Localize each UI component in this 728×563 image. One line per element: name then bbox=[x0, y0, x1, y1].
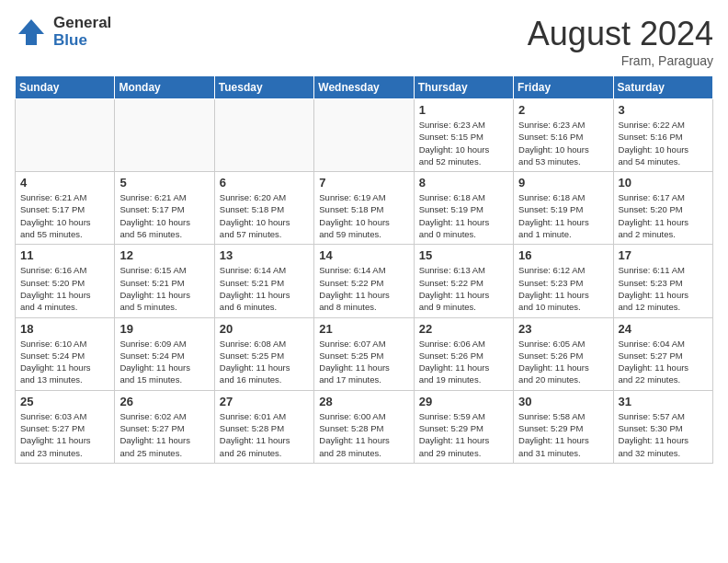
weekday-header: Thursday bbox=[414, 76, 513, 99]
day-info: Sunrise: 6:02 AM Sunset: 5:27 PM Dayligh… bbox=[119, 410, 209, 459]
day-number: 22 bbox=[419, 322, 508, 336]
calendar-cell bbox=[314, 99, 414, 172]
day-info: Sunrise: 6:23 AM Sunset: 5:15 PM Dayligh… bbox=[419, 119, 508, 167]
weekday-header-row: SundayMondayTuesdayWednesdayThursdayFrid… bbox=[16, 76, 713, 99]
weekday-header: Saturday bbox=[613, 76, 712, 99]
day-number: 10 bbox=[619, 176, 708, 190]
calendar-cell: 5Sunrise: 6:21 AM Sunset: 5:17 PM Daylig… bbox=[115, 172, 214, 245]
calendar-cell: 26Sunrise: 6:02 AM Sunset: 5:27 PM Dayli… bbox=[115, 390, 214, 463]
calendar-cell: 22Sunrise: 6:06 AM Sunset: 5:26 PM Dayli… bbox=[414, 317, 513, 390]
day-info: Sunrise: 6:00 AM Sunset: 5:28 PM Dayligh… bbox=[319, 410, 408, 459]
calendar-cell: 12Sunrise: 6:15 AM Sunset: 5:21 PM Dayli… bbox=[115, 245, 214, 317]
day-info: Sunrise: 6:01 AM Sunset: 5:28 PM Dayligh… bbox=[220, 410, 309, 459]
day-info: Sunrise: 5:58 AM Sunset: 5:29 PM Dayligh… bbox=[518, 410, 608, 459]
logo-icon bbox=[15, 16, 48, 49]
day-info: Sunrise: 6:18 AM Sunset: 5:19 PM Dayligh… bbox=[518, 191, 608, 240]
day-number: 15 bbox=[419, 248, 508, 262]
day-number: 27 bbox=[220, 395, 309, 408]
logo-blue: Blue bbox=[53, 32, 111, 50]
day-info: Sunrise: 6:17 AM Sunset: 5:20 PM Dayligh… bbox=[619, 191, 708, 240]
calendar-cell: 28Sunrise: 6:00 AM Sunset: 5:28 PM Dayli… bbox=[314, 390, 414, 463]
calendar-cell: 27Sunrise: 6:01 AM Sunset: 5:28 PM Dayli… bbox=[214, 390, 313, 463]
calendar-cell: 19Sunrise: 6:09 AM Sunset: 5:24 PM Dayli… bbox=[115, 317, 214, 390]
calendar-cell: 30Sunrise: 5:58 AM Sunset: 5:29 PM Dayli… bbox=[514, 390, 613, 463]
calendar-table: SundayMondayTuesdayWednesdayThursdayFrid… bbox=[15, 75, 713, 464]
day-number: 29 bbox=[419, 395, 508, 408]
day-info: Sunrise: 6:16 AM Sunset: 5:20 PM Dayligh… bbox=[20, 264, 109, 313]
weekday-header: Tuesday bbox=[214, 76, 313, 99]
day-info: Sunrise: 6:18 AM Sunset: 5:19 PM Dayligh… bbox=[419, 191, 508, 240]
location: Fram, Paraguay bbox=[528, 53, 713, 68]
day-info: Sunrise: 6:08 AM Sunset: 5:25 PM Dayligh… bbox=[220, 338, 309, 386]
calendar-week-row: 11Sunrise: 6:16 AM Sunset: 5:20 PM Dayli… bbox=[16, 245, 713, 317]
day-info: Sunrise: 6:07 AM Sunset: 5:25 PM Dayligh… bbox=[319, 338, 408, 386]
calendar-cell: 13Sunrise: 6:14 AM Sunset: 5:21 PM Dayli… bbox=[214, 245, 313, 317]
calendar-cell: 18Sunrise: 6:10 AM Sunset: 5:24 PM Dayli… bbox=[16, 317, 115, 390]
day-number: 5 bbox=[119, 176, 209, 190]
day-info: Sunrise: 6:22 AM Sunset: 5:16 PM Dayligh… bbox=[619, 119, 708, 167]
calendar-cell: 4Sunrise: 6:21 AM Sunset: 5:17 PM Daylig… bbox=[16, 172, 115, 245]
calendar-cell: 31Sunrise: 5:57 AM Sunset: 5:30 PM Dayli… bbox=[613, 390, 712, 463]
day-number: 4 bbox=[20, 176, 109, 190]
day-info: Sunrise: 6:11 AM Sunset: 5:23 PM Dayligh… bbox=[619, 264, 708, 313]
day-number: 6 bbox=[220, 176, 309, 190]
day-info: Sunrise: 6:05 AM Sunset: 5:26 PM Dayligh… bbox=[518, 338, 608, 386]
title-block: August 2024 Fram, Paraguay bbox=[528, 15, 713, 68]
calendar-cell: 10Sunrise: 6:17 AM Sunset: 5:20 PM Dayli… bbox=[613, 172, 712, 245]
calendar-cell: 24Sunrise: 6:04 AM Sunset: 5:27 PM Dayli… bbox=[613, 317, 712, 390]
calendar-cell: 29Sunrise: 5:59 AM Sunset: 5:29 PM Dayli… bbox=[414, 390, 513, 463]
day-number: 11 bbox=[20, 248, 109, 262]
day-info: Sunrise: 6:20 AM Sunset: 5:18 PM Dayligh… bbox=[220, 191, 309, 240]
calendar-week-row: 4Sunrise: 6:21 AM Sunset: 5:17 PM Daylig… bbox=[16, 172, 713, 245]
calendar-cell: 20Sunrise: 6:08 AM Sunset: 5:25 PM Dayli… bbox=[214, 317, 313, 390]
logo-general: General bbox=[53, 15, 111, 32]
day-info: Sunrise: 6:04 AM Sunset: 5:27 PM Dayligh… bbox=[619, 338, 708, 386]
day-number: 2 bbox=[518, 103, 608, 117]
page-header: General Blue August 2024 Fram, Paraguay bbox=[15, 15, 713, 68]
day-number: 23 bbox=[518, 322, 608, 336]
day-number: 9 bbox=[518, 176, 608, 190]
weekday-header: Wednesday bbox=[314, 76, 414, 99]
calendar-cell: 15Sunrise: 6:13 AM Sunset: 5:22 PM Dayli… bbox=[414, 245, 513, 317]
day-number: 26 bbox=[119, 395, 209, 408]
weekday-header: Sunday bbox=[16, 76, 115, 99]
calendar-cell: 17Sunrise: 6:11 AM Sunset: 5:23 PM Dayli… bbox=[613, 245, 712, 317]
day-number: 16 bbox=[518, 248, 608, 262]
day-number: 30 bbox=[518, 395, 608, 408]
day-number: 1 bbox=[419, 103, 508, 117]
calendar-cell: 14Sunrise: 6:14 AM Sunset: 5:22 PM Dayli… bbox=[314, 245, 414, 317]
calendar-cell: 2Sunrise: 6:23 AM Sunset: 5:16 PM Daylig… bbox=[514, 99, 613, 172]
logo: General Blue bbox=[15, 15, 111, 49]
calendar-cell: 16Sunrise: 6:12 AM Sunset: 5:23 PM Dayli… bbox=[514, 245, 613, 317]
weekday-header: Monday bbox=[115, 76, 214, 99]
day-number: 31 bbox=[619, 395, 708, 408]
day-info: Sunrise: 6:06 AM Sunset: 5:26 PM Dayligh… bbox=[419, 338, 508, 386]
calendar-cell: 7Sunrise: 6:19 AM Sunset: 5:18 PM Daylig… bbox=[314, 172, 414, 245]
day-number: 25 bbox=[20, 395, 109, 408]
calendar-cell: 21Sunrise: 6:07 AM Sunset: 5:25 PM Dayli… bbox=[314, 317, 414, 390]
day-info: Sunrise: 6:13 AM Sunset: 5:22 PM Dayligh… bbox=[419, 264, 508, 313]
day-number: 20 bbox=[220, 322, 309, 336]
day-info: Sunrise: 6:14 AM Sunset: 5:21 PM Dayligh… bbox=[220, 264, 309, 313]
day-info: Sunrise: 6:15 AM Sunset: 5:21 PM Dayligh… bbox=[119, 264, 209, 313]
day-info: Sunrise: 6:21 AM Sunset: 5:17 PM Dayligh… bbox=[119, 191, 209, 240]
calendar-cell bbox=[16, 99, 115, 172]
day-info: Sunrise: 6:19 AM Sunset: 5:18 PM Dayligh… bbox=[319, 191, 408, 240]
day-number: 8 bbox=[419, 176, 508, 190]
day-info: Sunrise: 6:03 AM Sunset: 5:27 PM Dayligh… bbox=[20, 410, 109, 459]
day-number: 21 bbox=[319, 322, 408, 336]
day-number: 28 bbox=[319, 395, 408, 408]
logo-text: General Blue bbox=[53, 15, 111, 49]
day-number: 18 bbox=[20, 322, 109, 336]
calendar-cell: 8Sunrise: 6:18 AM Sunset: 5:19 PM Daylig… bbox=[414, 172, 513, 245]
calendar-cell: 9Sunrise: 6:18 AM Sunset: 5:19 PM Daylig… bbox=[514, 172, 613, 245]
day-info: Sunrise: 6:21 AM Sunset: 5:17 PM Dayligh… bbox=[20, 191, 109, 240]
day-number: 24 bbox=[619, 322, 708, 336]
calendar-week-row: 1Sunrise: 6:23 AM Sunset: 5:15 PM Daylig… bbox=[16, 99, 713, 172]
weekday-header: Friday bbox=[514, 76, 613, 99]
day-info: Sunrise: 6:14 AM Sunset: 5:22 PM Dayligh… bbox=[319, 264, 408, 313]
day-number: 13 bbox=[220, 248, 309, 262]
month-year: August 2024 bbox=[528, 15, 713, 53]
day-number: 17 bbox=[619, 248, 708, 262]
day-info: Sunrise: 5:57 AM Sunset: 5:30 PM Dayligh… bbox=[619, 410, 708, 459]
